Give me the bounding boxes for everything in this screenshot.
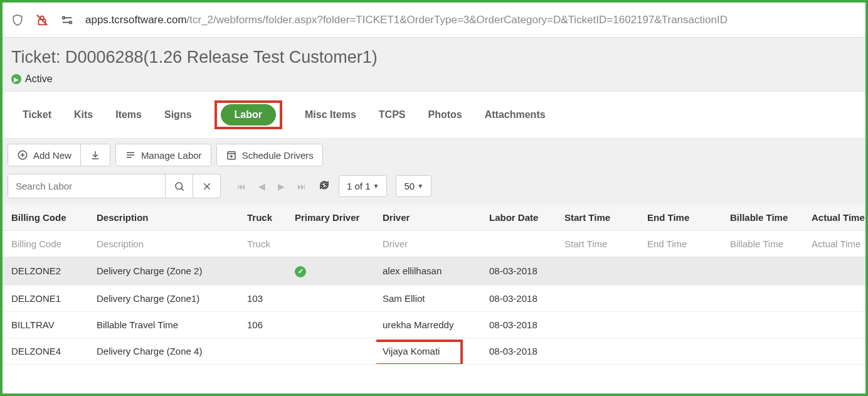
status-label: Active	[25, 73, 53, 85]
add-new-label: Add New	[33, 150, 71, 161]
tab-misc-items[interactable]: Misc Items	[305, 109, 356, 120]
cell-driver: Vijaya Komati	[376, 338, 483, 364]
calendar-plus-icon	[226, 149, 237, 161]
filter-labor-date[interactable]	[483, 231, 558, 257]
schedule-drivers-button[interactable]: Schedule Drivers	[217, 144, 322, 166]
cell-truck	[241, 257, 288, 286]
cell-truck	[241, 338, 288, 364]
refresh-icon[interactable]	[319, 179, 330, 193]
pager-next-icon[interactable]: ▶	[278, 181, 285, 191]
labor-grid: Billing Code Description Truck Primary D…	[3, 205, 868, 365]
col-actual-time[interactable]: Actual Time	[805, 205, 868, 231]
filter-billing-code[interactable]: Billing Code	[3, 231, 90, 257]
add-new-button[interactable]: Add New	[8, 144, 80, 166]
cell-primary-driver: ✓	[288, 257, 376, 286]
address-bar: apps.tcrsoftware.com/tcr_2/webforms/fold…	[3, 3, 865, 38]
cell-billing-code: DELZONE2	[3, 257, 90, 286]
cell-description: Delivery Charge (Zone 4)	[90, 338, 241, 364]
tab-items[interactable]: Items	[115, 109, 142, 120]
tab-labor-highlight: Labor	[214, 100, 282, 129]
lock-strike-icon	[35, 13, 49, 27]
svg-point-4	[70, 21, 72, 23]
tab-attachments[interactable]: Attachments	[485, 109, 546, 120]
cell-labor-date: 08-03-2018	[483, 311, 558, 338]
svg-line-17	[181, 188, 184, 191]
page-header: Ticket: D0006288(1.26 Release Test Custo…	[3, 38, 865, 91]
close-icon	[202, 181, 212, 191]
col-description[interactable]: Description	[90, 205, 241, 231]
col-truck[interactable]: Truck	[241, 205, 288, 231]
pager-last-icon[interactable]: ⏭	[297, 181, 306, 191]
manage-labor-button[interactable]: Manage Labor	[116, 144, 211, 166]
status-row: ▶ Active	[11, 73, 857, 85]
col-billable-time[interactable]: Billable Time	[724, 205, 805, 231]
pager: ⏮ ◀ ▶ ⏭	[237, 179, 330, 193]
filter-billable-time[interactable]: Billable Time	[724, 231, 805, 257]
cell-description: Billable Travel Time	[90, 311, 241, 338]
cell-primary-driver	[288, 285, 376, 311]
tab-bar: Ticket Kits Items Signs Labor Misc Items…	[3, 91, 865, 139]
clear-search-button[interactable]	[193, 174, 220, 198]
cell-billing-code: DELZONE1	[3, 285, 90, 311]
col-labor-date[interactable]: Labor Date	[483, 205, 558, 231]
page-title: Ticket: D0006288(1.26 Release Test Custo…	[11, 48, 857, 67]
svg-point-2	[63, 16, 65, 19]
filter-truck[interactable]: Truck	[241, 231, 288, 257]
caret-down-icon: ▼	[373, 183, 379, 190]
schedule-drivers-label: Schedule Drivers	[242, 150, 314, 161]
tab-labor[interactable]: Labor	[221, 104, 276, 126]
pager-first-icon[interactable]: ⏮	[237, 181, 246, 191]
table-row[interactable]: BILLTRAV Billable Travel Time 106 urekha…	[3, 311, 868, 338]
col-primary-driver[interactable]: Primary Driver	[288, 205, 376, 231]
cell-truck: 103	[241, 285, 288, 311]
url-text[interactable]: apps.tcrsoftware.com/tcr_2/webforms/fold…	[85, 14, 728, 26]
col-driver[interactable]: Driver	[376, 205, 483, 231]
settings-sliders-icon	[60, 13, 74, 27]
filter-primary-driver[interactable]	[288, 231, 376, 257]
col-billing-code[interactable]: Billing Code	[3, 205, 90, 231]
cell-labor-date: 08-03-2018	[483, 285, 558, 311]
cell-driver: alex ellilhasan	[376, 257, 483, 286]
table-row[interactable]: DELZONE1 Delivery Charge (Zone1) 103 Sam…	[3, 285, 868, 311]
cell-truck: 106	[241, 311, 288, 338]
tab-kits[interactable]: Kits	[74, 109, 93, 120]
shield-icon	[11, 14, 24, 26]
check-circle-icon: ✓	[295, 266, 306, 277]
search-icon	[174, 181, 185, 192]
plus-circle-icon	[17, 149, 28, 161]
filter-actual-time[interactable]: Actual Time	[805, 231, 868, 257]
cell-primary-driver	[288, 338, 376, 364]
tab-signs[interactable]: Signs	[164, 109, 192, 120]
search-button[interactable]	[165, 174, 193, 198]
filter-driver[interactable]: Driver	[376, 231, 483, 257]
pager-prev-icon[interactable]: ◀	[258, 181, 265, 191]
filter-end-time[interactable]: End Time	[641, 231, 724, 257]
download-button[interactable]	[80, 144, 110, 166]
grid-header-row: Billing Code Description Truck Primary D…	[3, 205, 868, 231]
filter-description[interactable]: Description	[90, 231, 241, 257]
toolbar: Add New Manage Labor Schedule Drivers	[3, 139, 865, 171]
cell-driver: Sam Elliot	[376, 285, 483, 311]
caret-down-icon: ▼	[417, 183, 423, 190]
grid-filter-row: Billing Code Description Truck Driver St…	[3, 231, 868, 257]
filter-start-time[interactable]: Start Time	[558, 231, 641, 257]
page-size-dropdown[interactable]: 50 ▼	[396, 175, 431, 197]
col-end-time[interactable]: End Time	[641, 205, 724, 231]
tab-ticket[interactable]: Ticket	[23, 109, 51, 120]
cell-primary-driver	[288, 311, 376, 338]
tab-photos[interactable]: Photos	[428, 109, 462, 120]
page-of-label: 1 of 1	[347, 181, 371, 191]
cell-driver: urekha Marreddy	[376, 311, 483, 338]
page-of-dropdown[interactable]: 1 of 1 ▼	[339, 175, 387, 197]
driver-highlight: Vijaya Komati	[383, 346, 440, 356]
svg-point-16	[176, 183, 183, 190]
table-row[interactable]: DELZONE2 Delivery Charge (Zone 2) ✓ alex…	[3, 257, 868, 286]
table-row[interactable]: DELZONE4 Delivery Charge (Zone 4) Vijaya…	[3, 338, 868, 364]
tab-tcps[interactable]: TCPS	[379, 109, 406, 120]
cell-labor-date: 08-03-2018	[483, 338, 558, 364]
col-start-time[interactable]: Start Time	[558, 205, 641, 231]
cell-labor-date: 08-03-2018	[483, 257, 558, 286]
search-input[interactable]	[8, 174, 165, 198]
download-icon	[90, 149, 101, 161]
filter-row: ⏮ ◀ ▶ ⏭ 1 of 1 ▼ 50 ▼	[3, 171, 865, 205]
